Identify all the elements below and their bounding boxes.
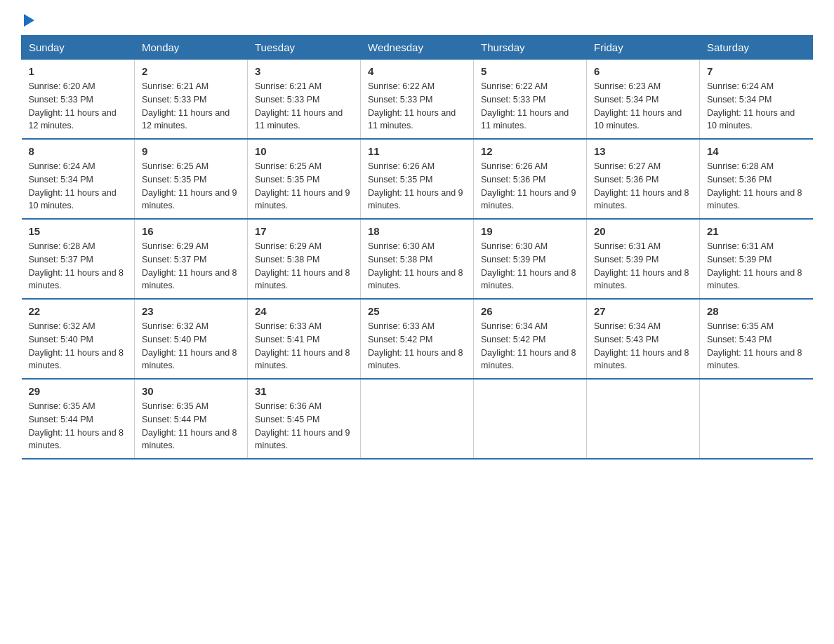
logo-arrow-icon [24, 14, 34, 27]
calendar-cell: 3Sunrise: 6:21 AMSunset: 5:33 PMDaylight… [248, 60, 361, 140]
calendar-week-row: 8Sunrise: 6:24 AMSunset: 5:34 PMDaylight… [22, 139, 813, 219]
calendar-cell: 19Sunrise: 6:30 AMSunset: 5:39 PMDayligh… [474, 219, 587, 299]
day-info: Sunrise: 6:29 AMSunset: 5:37 PMDaylight:… [142, 240, 240, 293]
day-info: Sunrise: 6:35 AMSunset: 5:43 PMDaylight:… [707, 320, 806, 373]
calendar-week-row: 15Sunrise: 6:28 AMSunset: 5:37 PMDayligh… [22, 219, 813, 299]
day-info: Sunrise: 6:28 AMSunset: 5:36 PMDaylight:… [707, 160, 806, 213]
day-info: Sunrise: 6:23 AMSunset: 5:34 PMDaylight:… [594, 80, 692, 133]
day-number: 30 [142, 385, 240, 397]
calendar-cell: 18Sunrise: 6:30 AMSunset: 5:38 PMDayligh… [361, 219, 474, 299]
calendar-cell: 13Sunrise: 6:27 AMSunset: 5:36 PMDayligh… [587, 139, 700, 219]
day-info: Sunrise: 6:21 AMSunset: 5:33 PMDaylight:… [142, 80, 240, 133]
day-number: 31 [255, 385, 353, 397]
day-number: 7 [707, 65, 806, 77]
col-header-wednesday: Wednesday [361, 36, 474, 60]
day-info: Sunrise: 6:25 AMSunset: 5:35 PMDaylight:… [142, 160, 240, 213]
day-number: 17 [255, 225, 353, 237]
day-number: 13 [594, 145, 692, 157]
day-info: Sunrise: 6:30 AMSunset: 5:39 PMDaylight:… [481, 240, 579, 293]
day-info: Sunrise: 6:22 AMSunset: 5:33 PMDaylight:… [368, 80, 466, 133]
calendar-cell: 12Sunrise: 6:26 AMSunset: 5:36 PMDayligh… [474, 139, 587, 219]
calendar-cell [474, 379, 587, 459]
calendar-cell: 14Sunrise: 6:28 AMSunset: 5:36 PMDayligh… [700, 139, 813, 219]
day-number: 3 [255, 65, 353, 77]
day-number: 22 [29, 305, 128, 317]
day-info: Sunrise: 6:33 AMSunset: 5:42 PMDaylight:… [368, 320, 466, 373]
col-header-tuesday: Tuesday [248, 36, 361, 60]
day-number: 2 [142, 65, 240, 77]
day-info: Sunrise: 6:34 AMSunset: 5:42 PMDaylight:… [481, 320, 579, 373]
calendar-cell: 27Sunrise: 6:34 AMSunset: 5:43 PMDayligh… [587, 299, 700, 379]
calendar-cell: 4Sunrise: 6:22 AMSunset: 5:33 PMDaylight… [361, 60, 474, 140]
calendar-cell: 5Sunrise: 6:22 AMSunset: 5:33 PMDaylight… [474, 60, 587, 140]
day-info: Sunrise: 6:35 AMSunset: 5:44 PMDaylight:… [29, 400, 128, 452]
calendar-cell: 22Sunrise: 6:32 AMSunset: 5:40 PMDayligh… [22, 299, 135, 379]
day-info: Sunrise: 6:34 AMSunset: 5:43 PMDaylight:… [594, 320, 692, 373]
col-header-saturday: Saturday [700, 36, 813, 60]
logo [21, 14, 34, 28]
day-number: 12 [481, 145, 579, 157]
calendar-cell: 7Sunrise: 6:24 AMSunset: 5:34 PMDaylight… [700, 60, 813, 140]
col-header-thursday: Thursday [474, 36, 587, 60]
calendar-cell: 2Sunrise: 6:21 AMSunset: 5:33 PMDaylight… [135, 60, 248, 140]
col-header-sunday: Sunday [22, 36, 135, 60]
calendar-cell: 24Sunrise: 6:33 AMSunset: 5:41 PMDayligh… [248, 299, 361, 379]
calendar-cell: 11Sunrise: 6:26 AMSunset: 5:35 PMDayligh… [361, 139, 474, 219]
day-info: Sunrise: 6:26 AMSunset: 5:35 PMDaylight:… [368, 160, 466, 213]
calendar-cell [587, 379, 700, 459]
day-info: Sunrise: 6:27 AMSunset: 5:36 PMDaylight:… [594, 160, 692, 213]
day-info: Sunrise: 6:31 AMSunset: 5:39 PMDaylight:… [707, 240, 806, 293]
day-info: Sunrise: 6:22 AMSunset: 5:33 PMDaylight:… [481, 80, 579, 133]
day-info: Sunrise: 6:25 AMSunset: 5:35 PMDaylight:… [255, 160, 353, 213]
calendar-cell: 20Sunrise: 6:31 AMSunset: 5:39 PMDayligh… [587, 219, 700, 299]
calendar-cell: 28Sunrise: 6:35 AMSunset: 5:43 PMDayligh… [700, 299, 813, 379]
calendar-cell: 26Sunrise: 6:34 AMSunset: 5:42 PMDayligh… [474, 299, 587, 379]
day-number: 9 [142, 145, 240, 157]
day-number: 18 [368, 225, 466, 237]
day-info: Sunrise: 6:30 AMSunset: 5:38 PMDaylight:… [368, 240, 466, 293]
day-info: Sunrise: 6:32 AMSunset: 5:40 PMDaylight:… [29, 320, 128, 373]
day-number: 23 [142, 305, 240, 317]
day-info: Sunrise: 6:20 AMSunset: 5:33 PMDaylight:… [29, 80, 128, 133]
calendar-cell: 1Sunrise: 6:20 AMSunset: 5:33 PMDaylight… [22, 60, 135, 140]
calendar-cell: 10Sunrise: 6:25 AMSunset: 5:35 PMDayligh… [248, 139, 361, 219]
day-info: Sunrise: 6:32 AMSunset: 5:40 PMDaylight:… [142, 320, 240, 373]
day-info: Sunrise: 6:21 AMSunset: 5:33 PMDaylight:… [255, 80, 353, 133]
calendar-cell: 30Sunrise: 6:35 AMSunset: 5:44 PMDayligh… [135, 379, 248, 459]
calendar-cell: 17Sunrise: 6:29 AMSunset: 5:38 PMDayligh… [248, 219, 361, 299]
day-number: 14 [707, 145, 806, 157]
day-info: Sunrise: 6:33 AMSunset: 5:41 PMDaylight:… [255, 320, 353, 373]
day-number: 8 [29, 145, 128, 157]
day-number: 6 [594, 65, 692, 77]
calendar-cell: 8Sunrise: 6:24 AMSunset: 5:34 PMDaylight… [22, 139, 135, 219]
calendar-cell [361, 379, 474, 459]
day-number: 16 [142, 225, 240, 237]
day-info: Sunrise: 6:31 AMSunset: 5:39 PMDaylight:… [594, 240, 692, 293]
day-number: 21 [707, 225, 806, 237]
day-number: 4 [368, 65, 466, 77]
day-info: Sunrise: 6:28 AMSunset: 5:37 PMDaylight:… [29, 240, 128, 293]
calendar-cell: 16Sunrise: 6:29 AMSunset: 5:37 PMDayligh… [135, 219, 248, 299]
day-info: Sunrise: 6:36 AMSunset: 5:45 PMDaylight:… [255, 400, 353, 452]
calendar-cell: 6Sunrise: 6:23 AMSunset: 5:34 PMDaylight… [587, 60, 700, 140]
calendar-cell: 21Sunrise: 6:31 AMSunset: 5:39 PMDayligh… [700, 219, 813, 299]
day-number: 1 [29, 65, 128, 77]
day-number: 11 [368, 145, 466, 157]
day-number: 26 [481, 305, 579, 317]
day-info: Sunrise: 6:26 AMSunset: 5:36 PMDaylight:… [481, 160, 579, 213]
calendar-week-row: 1Sunrise: 6:20 AMSunset: 5:33 PMDaylight… [22, 60, 813, 140]
calendar-header-row: SundayMondayTuesdayWednesdayThursdayFrid… [22, 36, 813, 60]
day-number: 20 [594, 225, 692, 237]
calendar-cell: 29Sunrise: 6:35 AMSunset: 5:44 PMDayligh… [22, 379, 135, 459]
calendar-week-row: 22Sunrise: 6:32 AMSunset: 5:40 PMDayligh… [22, 299, 813, 379]
day-number: 29 [29, 385, 128, 397]
day-number: 19 [481, 225, 579, 237]
calendar-table: SundayMondayTuesdayWednesdayThursdayFrid… [21, 35, 813, 459]
day-number: 5 [481, 65, 579, 77]
day-info: Sunrise: 6:24 AMSunset: 5:34 PMDaylight:… [707, 80, 806, 133]
day-info: Sunrise: 6:29 AMSunset: 5:38 PMDaylight:… [255, 240, 353, 293]
day-info: Sunrise: 6:35 AMSunset: 5:44 PMDaylight:… [142, 400, 240, 452]
day-number: 27 [594, 305, 692, 317]
day-info: Sunrise: 6:24 AMSunset: 5:34 PMDaylight:… [29, 160, 128, 213]
page-header [21, 14, 813, 28]
